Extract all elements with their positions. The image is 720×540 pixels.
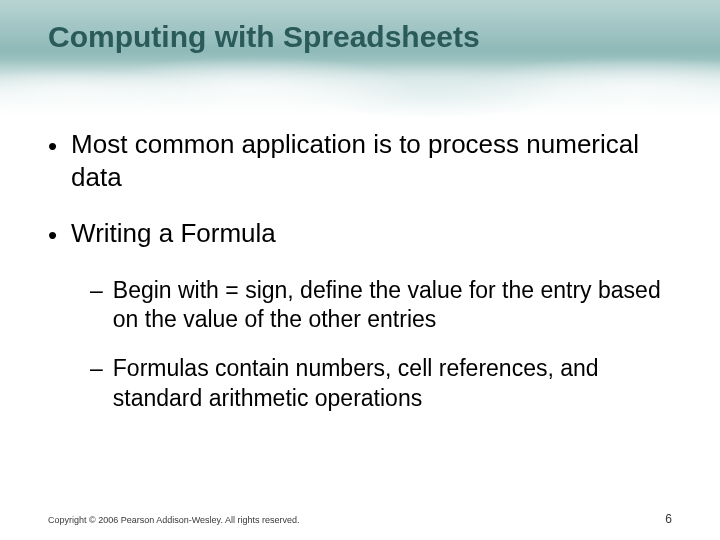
bullet-level1: • Writing a Formula — [48, 217, 672, 252]
copyright-text: Copyright © 2006 Pearson Addison-Wesley.… — [48, 515, 299, 525]
bullet-dash-icon: – — [90, 276, 103, 335]
bullet-text: Most common application is to process nu… — [71, 128, 672, 193]
slide-footer: Copyright © 2006 Pearson Addison-Wesley.… — [48, 512, 672, 526]
bullet-dash-icon: – — [90, 354, 103, 413]
bullet-text: Begin with = sign, define the value for … — [113, 276, 672, 335]
bullet-text: Writing a Formula — [71, 217, 276, 252]
bullet-dot-icon: • — [48, 219, 57, 252]
slide-title: Computing with Spreadsheets — [48, 20, 480, 54]
page-number: 6 — [665, 512, 672, 526]
header-background — [0, 0, 720, 120]
bullet-level1: • Most common application is to process … — [48, 128, 672, 193]
slide-body: • Most common application is to process … — [48, 128, 672, 433]
bullet-level2: – Formulas contain numbers, cell referen… — [90, 354, 672, 413]
bullet-text: Formulas contain numbers, cell reference… — [113, 354, 672, 413]
bullet-dot-icon: • — [48, 130, 57, 193]
bullet-level2: – Begin with = sign, define the value fo… — [90, 276, 672, 335]
